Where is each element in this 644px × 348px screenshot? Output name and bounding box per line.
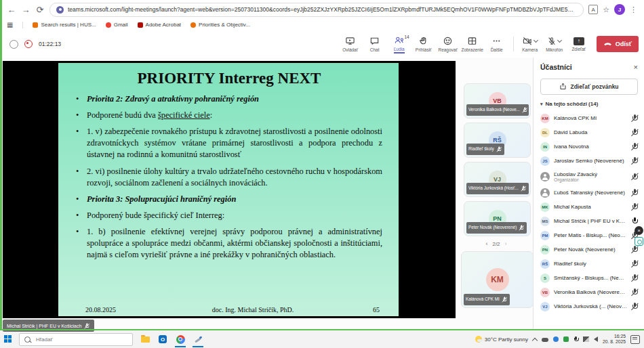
search-input[interactable] bbox=[35, 336, 127, 343]
participant-row[interactable]: VJ Viktória Jurkovská (... (Neoverené) bbox=[540, 299, 638, 313]
volume-icon[interactable] bbox=[594, 336, 598, 342]
mic-on-icon[interactable] bbox=[631, 217, 638, 225]
pager-next-icon[interactable]: › bbox=[505, 240, 507, 247]
outlook-icon[interactable]: O bbox=[157, 334, 168, 345]
people-button[interactable]: 14 Ľudia bbox=[387, 32, 411, 56]
search-icon bbox=[24, 336, 31, 343]
more-button[interactable]: Ďalšie bbox=[485, 32, 509, 56]
bookmark-favicon bbox=[190, 22, 196, 28]
participant-row[interactable]: RŠ Riaditeľ školy bbox=[540, 257, 638, 271]
participant-row[interactable]: S Smižanský - Biskups... (Neoverené) bbox=[540, 271, 638, 285]
bookmark-item[interactable]: Adobe Acrobat bbox=[138, 22, 181, 28]
start-button[interactable] bbox=[4, 335, 12, 343]
video-tile[interactable]: RŠ Riaditeľ školy bbox=[464, 123, 531, 158]
camera-button[interactable]: Kamera bbox=[518, 32, 542, 56]
weather-icon bbox=[475, 336, 482, 343]
reload-icon[interactable]: ⟳ bbox=[35, 5, 45, 14]
bookmark-star-icon[interactable]: ☆ bbox=[603, 5, 609, 14]
control-button[interactable]: Ovládať bbox=[338, 32, 363, 56]
file-explorer-icon[interactable] bbox=[140, 334, 150, 345]
mic-muted-icon[interactable] bbox=[631, 302, 638, 311]
bookmark-favicon bbox=[33, 22, 38, 28]
share-invite-button[interactable]: Zdieľať pozvánku bbox=[540, 79, 638, 95]
participant-row[interactable]: KM Kalánová CPK MI bbox=[540, 111, 638, 125]
bookmarks-bar: ▦ Search results | HUS... Gmail Adobe Ac… bbox=[0, 19, 644, 31]
close-icon[interactable]: × bbox=[634, 63, 638, 71]
participant-row[interactable]: IN Ivana Novotná bbox=[540, 139, 638, 154]
participant-row[interactable]: DL Dávid Labuda bbox=[540, 125, 638, 139]
share-button[interactable]: ↑ Zdieľať bbox=[567, 32, 591, 56]
taskbar: O 30°C Partly sunny 16:25 20. 8. 2025 bbox=[0, 330, 644, 348]
participant-name: Jaroslav Semko (Neoverené) bbox=[554, 158, 627, 164]
url-text[interactable]: teams.microsoft.com/light-meetings/launc… bbox=[68, 6, 577, 13]
weather-widget[interactable]: 30°C Partly sunny bbox=[475, 336, 528, 343]
forward-icon[interactable]: → bbox=[21, 5, 31, 14]
button-label: Mikrofón bbox=[546, 47, 563, 52]
microphone-button[interactable]: Mikrofón bbox=[542, 32, 567, 56]
mic-muted-icon[interactable] bbox=[631, 274, 638, 282]
onedrive-icon[interactable] bbox=[542, 338, 548, 342]
taskbar-clock[interactable]: 16:25 20. 8. 2025 bbox=[603, 334, 626, 345]
network-vpn-icon[interactable] bbox=[563, 336, 569, 342]
site-info-icon[interactable] bbox=[56, 6, 64, 14]
tray-app-icon[interactable] bbox=[553, 336, 559, 342]
video-tile[interactable]: PN Peter Novák (Neoverené) bbox=[464, 201, 531, 236]
overlay-close-icon[interactable]: × bbox=[635, 226, 643, 235]
mic-muted-icon[interactable] bbox=[631, 114, 638, 123]
raise-hand-button[interactable]: Prihlásiť bbox=[411, 32, 436, 56]
participant-row[interactable]: MK Michal Kapusta bbox=[540, 200, 638, 214]
apps-grid-icon[interactable]: ▦ bbox=[7, 21, 13, 28]
slide-page-number: 65 bbox=[339, 306, 380, 313]
mic-muted-icon[interactable] bbox=[631, 156, 638, 165]
participant-row[interactable]: VB Veronika Balková (Neoverené) bbox=[540, 285, 638, 299]
video-tile[interactable]: VB Veronika Balková (Neove... bbox=[464, 83, 531, 118]
sketch-app-icon[interactable] bbox=[193, 334, 203, 345]
participant-row[interactable]: Ľuboš Tatranský (Neoverené) bbox=[540, 186, 638, 200]
participants-section-header[interactable]: ▾ Na tejto schôdzi (14) bbox=[540, 101, 638, 107]
leave-button[interactable]: Odísť bbox=[597, 36, 639, 52]
chat-button[interactable]: Chat bbox=[363, 32, 387, 56]
participant-row[interactable]: Ľuboslav Závacký Organizátor bbox=[540, 168, 638, 186]
chevron-down-icon[interactable] bbox=[557, 38, 562, 43]
participant-row[interactable]: PN Peter Novák (Neoverené) bbox=[540, 242, 638, 257]
back-icon[interactable]: ← bbox=[7, 5, 16, 14]
avatar: PN bbox=[540, 245, 550, 255]
browser-profile-avatar[interactable]: J bbox=[614, 4, 625, 15]
browser-menu-icon[interactable]: ⋮ bbox=[630, 5, 637, 14]
video-tile[interactable]: VJ Viktória Jurkovská (Hosť... bbox=[464, 162, 531, 197]
bookmark-item[interactable]: Priorities & Objectiv... bbox=[190, 22, 250, 28]
view-button[interactable]: Zobrazenie bbox=[460, 32, 485, 56]
tray-expand-icon[interactable] bbox=[532, 337, 538, 343]
participant-row[interactable]: PM Peter Matis - Biskup... (Neoverené) bbox=[540, 228, 638, 242]
participant-name: Ľuboslav Závacký bbox=[554, 171, 627, 177]
participant-row[interactable]: JS Jaroslav Semko (Neoverené) bbox=[540, 154, 638, 168]
mic-muted-icon[interactable] bbox=[631, 173, 638, 181]
chevron-down-icon[interactable] bbox=[534, 38, 538, 43]
participants-panel: Účastníci × Zdieľať pozvánku ▾ Na tejto … bbox=[533, 58, 644, 330]
mic-muted-icon[interactable] bbox=[631, 288, 638, 297]
bookmark-item[interactable]: Gmail bbox=[106, 22, 128, 28]
mic-muted-icon[interactable] bbox=[631, 245, 638, 254]
bullet-dot: • bbox=[76, 93, 81, 105]
network-signal-icon[interactable] bbox=[583, 336, 589, 342]
overlay-camera-icon[interactable] bbox=[635, 237, 643, 246]
mic-muted-icon[interactable] bbox=[631, 202, 638, 211]
reaction-smiley-icon bbox=[443, 36, 453, 46]
participant-row[interactable]: MS Michal Stričík | PHF EU v Košiciach bbox=[540, 214, 638, 228]
mic-muted-icon[interactable] bbox=[631, 259, 638, 268]
notification-center-icon[interactable] bbox=[630, 335, 640, 344]
slide-footer: 20.08.2025 doc. Ing. Michal Stričík, PhD… bbox=[76, 306, 382, 315]
pager-prev-icon[interactable]: ‹ bbox=[485, 240, 487, 247]
chrome-icon[interactable] bbox=[175, 334, 186, 345]
taskbar-search[interactable] bbox=[19, 333, 133, 346]
bookmark-item[interactable]: Search results | HUS... bbox=[33, 22, 96, 28]
mic-muted-icon[interactable] bbox=[631, 142, 638, 151]
address-bar[interactable]: teams.microsoft.com/light-meetings/launc… bbox=[49, 3, 584, 17]
mic-muted-icon[interactable] bbox=[631, 188, 638, 197]
mic-muted-icon[interactable] bbox=[631, 128, 638, 137]
translate-icon[interactable]: A bbox=[588, 5, 598, 14]
react-button[interactable]: Reagovať bbox=[436, 32, 460, 56]
video-tile-large[interactable]: KM Kalánová CPK MI bbox=[461, 251, 534, 308]
tray-mic-icon[interactable] bbox=[573, 336, 578, 343]
participant-name: Peter Novák (Neoverené) bbox=[554, 246, 627, 253]
